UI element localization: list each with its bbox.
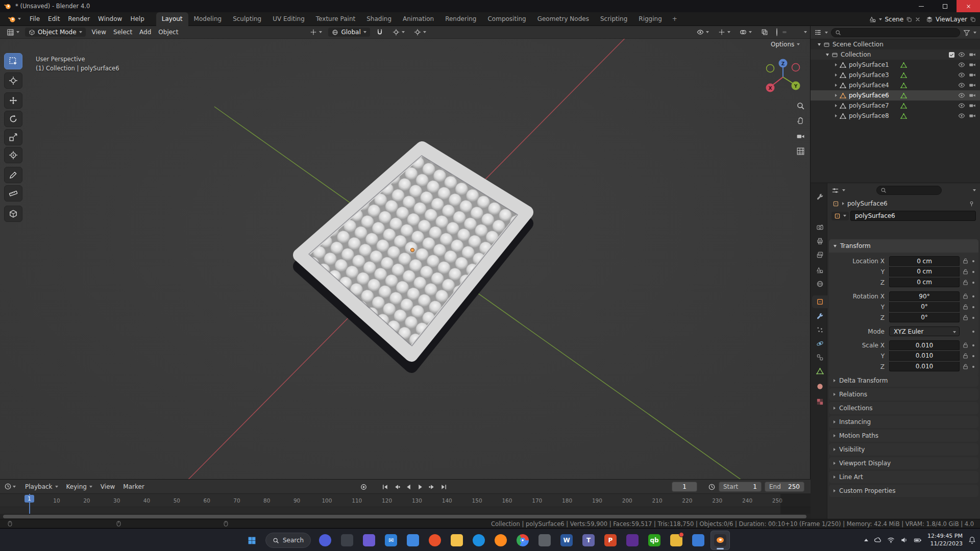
outliner-object-row[interactable]: polySurface8: [811, 111, 980, 121]
collection-checkbox[interactable]: [949, 52, 954, 58]
value-field[interactable]: 0.010: [889, 340, 960, 350]
mode-selector[interactable]: Object Mode: [25, 28, 86, 37]
panel-section-header[interactable]: Relations: [829, 388, 978, 400]
panel-section-header[interactable]: Custom Properties: [829, 485, 978, 497]
new-scene-copy-icon[interactable]: [906, 16, 912, 22]
disable-render-icon[interactable]: [969, 112, 976, 119]
add-workspace-button[interactable]: +: [668, 14, 681, 24]
panel-section-header[interactable]: Visibility: [829, 443, 978, 456]
panel-section-header[interactable]: Line Art: [829, 471, 978, 483]
current-frame-field[interactable]: 1: [672, 482, 697, 492]
workspace-tab[interactable]: Sculpting: [227, 12, 267, 26]
hide-eye-icon[interactable]: [958, 82, 965, 89]
disable-render-icon[interactable]: [969, 92, 976, 99]
minimize-button[interactable]: [910, 0, 933, 12]
taskbar-clock[interactable]: 12:49:45 PM 11/22/2023: [927, 533, 963, 547]
tool-rotate[interactable]: [4, 111, 22, 127]
snap-settings-button[interactable]: [389, 28, 408, 37]
new-view-layer-icon[interactable]: [970, 16, 976, 22]
notifications-bell-icon[interactable]: [968, 536, 976, 544]
transform-orientation-selector[interactable]: Global: [328, 28, 370, 37]
expand-icon[interactable]: [835, 84, 837, 87]
start-button[interactable]: [242, 531, 261, 550]
tab-tool[interactable]: [812, 190, 827, 203]
taskbar-app-icon[interactable]: [689, 531, 708, 550]
animate-dot[interactable]: [972, 260, 974, 262]
outliner-object-row[interactable]: polySurface6: [811, 90, 980, 101]
use-preview-range-button[interactable]: [706, 482, 717, 492]
playhead-label[interactable]: 1: [24, 495, 34, 503]
transform-panel-header[interactable]: Transform: [829, 239, 978, 253]
taskbar-app-icon[interactable]: [491, 531, 510, 550]
timeline-menu-item[interactable]: Marker: [119, 482, 148, 492]
taskbar-app-icon[interactable]: qb: [645, 531, 664, 550]
workspace-tab[interactable]: UV Editing: [267, 12, 310, 26]
maximize-button[interactable]: [933, 0, 957, 12]
taskbar-app-icon[interactable]: P: [601, 531, 620, 550]
lock-icon[interactable]: [962, 293, 969, 299]
volume-icon[interactable]: [900, 536, 908, 544]
menu-item[interactable]: File: [26, 14, 44, 24]
animate-dot[interactable]: [972, 306, 974, 308]
outliner-object-row[interactable]: polySurface1: [811, 60, 980, 70]
next-keyframe-button[interactable]: [427, 482, 437, 492]
tool-select-box[interactable]: [4, 53, 22, 69]
value-field[interactable]: 0 cm: [889, 267, 960, 277]
viewport-menu-item[interactable]: Add: [136, 27, 155, 37]
play-reverse-button[interactable]: [403, 482, 413, 492]
taskbar-app-icon[interactable]: T: [579, 531, 598, 550]
object-name-field[interactable]: polySurface6: [850, 211, 976, 221]
taskbar-app-icon[interactable]: [359, 531, 379, 550]
overlays-button[interactable]: [737, 28, 755, 37]
expand-icon[interactable]: [835, 73, 837, 77]
value-field[interactable]: 0 cm: [889, 256, 960, 266]
collapse-icon[interactable]: [826, 54, 829, 56]
timeline-track[interactable]: [0, 507, 811, 514]
timeline-editor-icon[interactable]: [4, 483, 12, 490]
hidden-icons-chevron[interactable]: [864, 539, 868, 541]
taskbar-app-icon[interactable]: [315, 531, 335, 550]
animate-dot[interactable]: [972, 282, 974, 284]
tab-scene[interactable]: [812, 264, 827, 277]
panel-section-header[interactable]: Viewport Display: [829, 457, 978, 469]
pivot-point-button[interactable]: [307, 28, 325, 37]
jump-to-end-button[interactable]: [438, 482, 449, 492]
scene-collection-row[interactable]: Scene Collection: [811, 39, 980, 49]
timeline-menu-item[interactable]: Keying: [62, 482, 96, 492]
filter-funnel-icon[interactable]: [963, 29, 970, 36]
properties-editor-icon[interactable]: [831, 187, 839, 194]
camera-view-button[interactable]: [794, 130, 806, 142]
taskbar-app-icon[interactable]: [447, 531, 467, 550]
viewport-canvas[interactable]: [0, 26, 811, 479]
value-field[interactable]: 0.010: [889, 362, 960, 371]
tab-physics[interactable]: [812, 337, 827, 350]
viewport-menu-item[interactable]: View: [88, 27, 110, 37]
hide-eye-icon[interactable]: [958, 71, 965, 79]
value-field[interactable]: 0°: [889, 302, 960, 312]
tab-view-layer[interactable]: [812, 248, 827, 261]
tool-measure[interactable]: [4, 185, 22, 202]
lock-icon[interactable]: [962, 279, 969, 286]
battery-icon[interactable]: [914, 536, 922, 544]
animate-dot[interactable]: [972, 331, 974, 333]
tab-render[interactable]: [812, 221, 827, 234]
shading-rendered-button[interactable]: [797, 31, 801, 33]
lock-icon[interactable]: [962, 342, 969, 348]
object-visibility-button[interactable]: [694, 28, 712, 37]
auto-keying-button[interactable]: [358, 482, 369, 492]
gizmos-button[interactable]: [715, 28, 733, 37]
expand-icon[interactable]: [835, 63, 837, 66]
hide-eye-icon[interactable]: [958, 61, 965, 68]
taskbar-app-icon[interactable]: [337, 531, 357, 550]
scene-selector[interactable]: Scene: [869, 16, 921, 23]
play-button[interactable]: [415, 482, 425, 492]
value-field[interactable]: 0 cm: [889, 278, 960, 287]
pin-icon[interactable]: [968, 201, 975, 207]
properties-search-input[interactable]: [876, 186, 942, 195]
pan-button[interactable]: [794, 114, 806, 127]
taskbar-app-icon[interactable]: [623, 531, 642, 550]
lock-icon[interactable]: [962, 304, 969, 310]
taskbar-app-icon[interactable]: [535, 531, 554, 550]
outliner-search-input[interactable]: [831, 28, 960, 37]
view-layer-selector[interactable]: ViewLayer: [926, 16, 976, 23]
